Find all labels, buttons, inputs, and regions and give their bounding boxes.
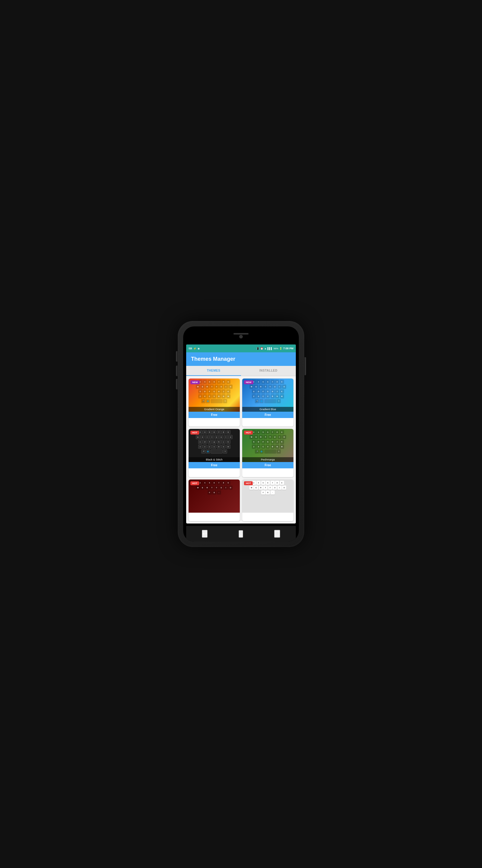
badge-hot-pesh: HOT	[244, 431, 253, 435]
phone-screen-area: ⌨ ⚡ ◉ 📳 ⏰ ▲ ▌▌▌ 98% 🔋 7:08 PM Themes Man…	[183, 327, 299, 541]
status-bar: ⌨ ⚡ ◉ 📳 ⏰ ▲ ▌▌▌ 98% 🔋 7:08 PM	[186, 344, 296, 352]
badge-new-blue: NEW	[244, 380, 253, 384]
theme-card-light[interactable]: 2456789 WERTYUIO #&- HOT	[242, 479, 293, 521]
app-title: Themes Manager	[191, 356, 291, 362]
badge-hot-black: HOT	[190, 431, 199, 435]
themes-grid: 2456789 WERTYUIO SDFGHJK ZXCVBNM	[186, 376, 296, 524]
camera-button	[176, 379, 178, 390]
alarm-icon: ⏰	[260, 347, 263, 350]
theme-preview-dark-red: 2456789 WERTYUIO #&- HOT	[189, 479, 240, 513]
status-time: 7:08 PM	[283, 347, 293, 350]
tabs-bar: THEMES INSTALLED	[186, 366, 296, 376]
power-button	[304, 357, 306, 375]
wifi-icon: ▲	[264, 347, 267, 350]
theme-name-blue: Gradient Blue	[242, 407, 293, 412]
recents-button[interactable]: ❐	[274, 530, 280, 538]
theme-price-pesh: Free	[242, 462, 293, 468]
back-button[interactable]: ↩	[202, 530, 207, 538]
theme-preview-gradient-orange: 2456789 WERTYUIO SDFGHJK ZXCVBNM	[189, 378, 240, 412]
theme-price-black: Free	[189, 462, 240, 468]
badge-hot-dark-red: HOT	[190, 481, 199, 485]
theme-preview-gradient-blue: 2456789 WERTYUIO SDFGHJK ZXCVBNM	[242, 378, 293, 412]
badge-hot-light: HOT	[244, 481, 253, 485]
badge-new-orange: NEW	[190, 380, 200, 384]
speaker	[233, 333, 249, 335]
status-left-icons: ⌨ ⚡ ◉	[189, 347, 200, 350]
theme-card-peshmarga[interactable]: 2456789 WERTYUIO SDFGHJK ZXCVBNM	[242, 429, 293, 477]
theme-preview-light: 2456789 WERTYUIO #&- HOT	[242, 479, 293, 513]
code-icon: ⌨	[189, 347, 192, 350]
tab-installed[interactable]: INSTALLED	[241, 366, 296, 376]
signal-icon: ▌▌▌	[267, 347, 272, 350]
usb-icon: ⚡	[193, 347, 196, 350]
tab-themes[interactable]: THEMES	[186, 366, 241, 376]
battery-icon: 🔋	[279, 347, 282, 350]
app-bar: Themes Manager	[186, 352, 296, 366]
theme-name-orange: Gradient Orange	[189, 407, 240, 412]
theme-name-black: Black & Stitch	[189, 457, 240, 462]
volume-up-button	[176, 351, 178, 362]
android-icon: ◉	[198, 347, 200, 350]
status-right-icons: 📳 ⏰ ▲ ▌▌▌ 98% 🔋 7:08 PM	[256, 347, 293, 350]
screen: ⌨ ⚡ ◉ 📳 ⏰ ▲ ▌▌▌ 98% 🔋 7:08 PM Themes Man…	[186, 344, 296, 524]
battery-percent: 98%	[274, 347, 278, 350]
home-button[interactable]: ⌂	[238, 530, 243, 538]
theme-name-pesh: Peshmarga	[242, 457, 293, 462]
theme-preview-peshmarga: 2456789 WERTYUIO SDFGHJK ZXCVBNM	[242, 429, 293, 462]
volume-down-button	[176, 366, 178, 376]
theme-price-orange: Free	[189, 412, 240, 418]
theme-card-dark-red[interactable]: 2456789 WERTYUIO #&- HOT	[189, 479, 240, 521]
vibrate-icon: 📳	[256, 347, 259, 350]
theme-preview-black-stitch: 2456789 wertyuio sdfghjk zxcvbnm	[189, 429, 240, 462]
theme-price-blue: Free	[242, 412, 293, 418]
theme-card-gradient-orange[interactable]: 2456789 WERTYUIO SDFGHJK ZXCVBNM	[189, 378, 240, 427]
nav-bar: ↩ ⌂ ❐	[186, 526, 296, 541]
theme-card-black-stitch[interactable]: 2456789 wertyuio sdfghjk zxcvbnm	[189, 429, 240, 477]
phone-frame: ⌨ ⚡ ◉ 📳 ⏰ ▲ ▌▌▌ 98% 🔋 7:08 PM Themes Man…	[178, 321, 304, 547]
camera	[239, 335, 243, 338]
theme-card-gradient-blue[interactable]: 2456789 WERTYUIO SDFGHJK ZXCVBNM	[242, 378, 293, 427]
